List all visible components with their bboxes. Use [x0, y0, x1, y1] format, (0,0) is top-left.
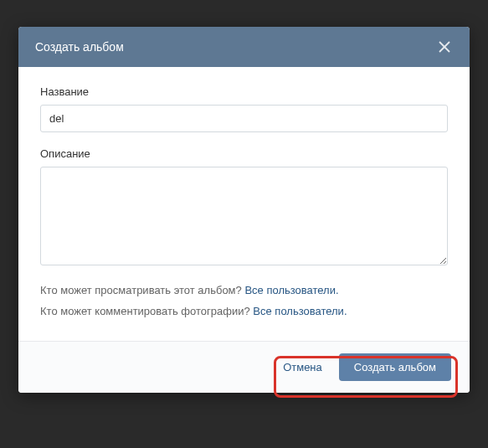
modal-title: Создать альбом	[35, 40, 124, 54]
modal-body: Название Описание Кто может просматриват…	[18, 67, 470, 341]
privacy-view-link[interactable]: Все пользователи.	[244, 284, 338, 296]
create-album-button[interactable]: Создать альбом	[339, 353, 451, 381]
privacy-comment-link[interactable]: Все пользователи.	[253, 305, 347, 317]
privacy-view-question: Кто может просматривать этот альбом?	[40, 284, 242, 296]
privacy-view-row: Кто может просматривать этот альбом? Все…	[40, 284, 448, 296]
close-icon	[439, 41, 450, 53]
modal-footer: Отмена Создать альбом	[18, 341, 470, 393]
cancel-button[interactable]: Отмена	[278, 354, 327, 380]
name-input[interactable]	[40, 105, 448, 132]
modal-header: Создать альбом	[18, 27, 470, 67]
privacy-comment-question: Кто может комментировать фотографии?	[40, 305, 250, 317]
description-field-group: Описание	[40, 147, 448, 269]
description-label: Описание	[40, 147, 448, 160]
description-input[interactable]	[40, 167, 448, 265]
privacy-comment-row: Кто может комментировать фотографии? Все…	[40, 305, 448, 317]
close-button[interactable]	[436, 39, 453, 55]
name-field-group: Название	[40, 85, 448, 132]
name-label: Название	[40, 85, 448, 98]
create-album-modal: Создать альбом Название Описание Кто мож…	[18, 27, 470, 393]
